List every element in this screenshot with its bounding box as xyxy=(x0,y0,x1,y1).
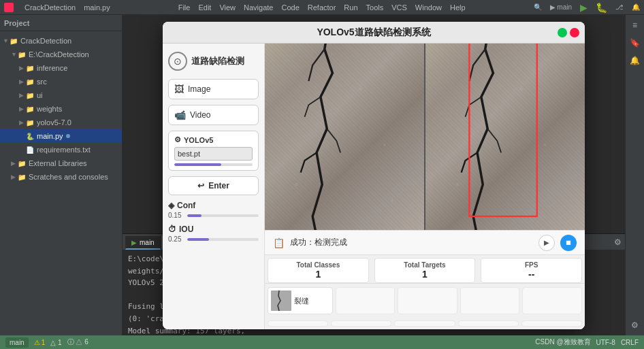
search-everywhere[interactable]: 🔍 xyxy=(534,3,542,11)
tree-label: inference xyxy=(37,64,67,72)
image-icon: 🖼 xyxy=(174,84,184,95)
conf-slider[interactable] xyxy=(187,214,259,217)
sidebar-item-weights[interactable]: ▶ 📁 weights xyxy=(0,102,122,116)
structure-tool-btn[interactable]: ≡ xyxy=(628,18,643,33)
tree-label: ui xyxy=(37,91,43,99)
modified-dot xyxy=(66,134,70,138)
crack-svg-left xyxy=(265,44,424,230)
sidebar-item-requirements[interactable]: ▶ 📄 requirements.txt xyxy=(0,143,122,156)
git-branch-indicator[interactable]: main xyxy=(5,337,29,348)
dialog-maximize-btn[interactable] xyxy=(558,28,567,37)
model-section-label: YOLOv5 xyxy=(184,136,213,144)
menu-file[interactable]: File xyxy=(178,3,191,12)
menu-refactor[interactable]: Refactor xyxy=(308,3,336,12)
warning-badge: ⚠ 1 xyxy=(34,339,46,346)
video-button-label: Video xyxy=(190,110,210,120)
total-classes-value: 1 xyxy=(315,269,321,280)
run-tab-label: main xyxy=(140,239,155,246)
svg-point-4 xyxy=(391,199,393,201)
results-grid: 裂缝 xyxy=(265,284,585,317)
ide-sidebar: Project ▼ 📁 CrackDetection ▼ 📁 E:\CrackD… xyxy=(0,15,123,335)
result-empty-8 xyxy=(458,320,519,327)
image-button[interactable]: 🖼 Image xyxy=(168,79,259,99)
stop-button[interactable]: ⏹ xyxy=(560,235,577,251)
notification-icon[interactable]: 🔔 xyxy=(632,3,640,11)
bookmarks-tool-btn[interactable]: 🔖 xyxy=(628,35,643,50)
menu-view[interactable]: View xyxy=(219,3,236,12)
sidebar-item-root[interactable]: ▼ 📁 E:\CrackDetection xyxy=(0,48,122,61)
settings-tool-btn[interactable]: ⚙ xyxy=(628,318,643,333)
conf-label: Conf xyxy=(177,201,195,210)
run-config[interactable]: ▶ main xyxy=(550,3,572,11)
ide-menubar: CrackDetection main.py File Edit View Na… xyxy=(0,0,644,15)
model-select[interactable]: best.pt xyxy=(174,147,253,161)
dialog-left-panel: ⊙ 道路缺陷检测 🖼 Image 📹 xyxy=(163,44,265,329)
sidebar-item-main-py[interactable]: ▶ 🐍 main.py xyxy=(0,129,122,143)
error-count: △ 1 xyxy=(50,339,61,346)
info-count: ⓘ △ 6 xyxy=(67,337,88,347)
tree-label: weights xyxy=(37,105,62,113)
dialog-logo-text: 道路缺陷检测 xyxy=(191,55,244,67)
svg-rect-9 xyxy=(469,44,536,216)
csdn-watermark: CSDN @雅致教育 xyxy=(535,337,590,347)
menu-crackdetection[interactable]: CrackDetection xyxy=(25,3,76,12)
sidebar-item-inference[interactable]: ▶ 📁 inference xyxy=(0,61,122,75)
iou-value: 0.25 xyxy=(168,235,184,243)
total-targets-title: Total Targets xyxy=(404,261,445,269)
model-icon: ⚙ xyxy=(174,135,181,144)
status-icon: 📋 xyxy=(273,237,285,248)
menu-vcs[interactable]: VCS xyxy=(391,3,407,12)
menu-mainpy[interactable]: main.py xyxy=(84,3,110,12)
menu-navigate[interactable]: Navigate xyxy=(244,3,273,12)
image-display-area: crack 0.81 xyxy=(265,44,585,230)
git-icon[interactable]: ⎇ xyxy=(615,3,624,11)
dialog-overlay: YOLOv5道路缺陷检测系统 xyxy=(123,15,625,233)
menu-help[interactable]: Help xyxy=(450,3,466,12)
dialog-close-btn[interactable] xyxy=(570,28,579,37)
iou-param-row: ⏱ IOU 0.25 xyxy=(168,225,259,243)
svg-point-1 xyxy=(359,87,362,90)
sidebar-item-ui[interactable]: ▶ 📁 ui xyxy=(0,88,122,102)
settings-btn[interactable]: ⚙ xyxy=(610,235,625,250)
menu-run[interactable]: Run xyxy=(344,3,357,12)
svg-point-2 xyxy=(383,144,386,146)
dialog-logo-icon: ⊙ xyxy=(168,52,187,71)
info-badge: ⓘ △ 6 xyxy=(67,337,88,347)
iou-slider[interactable] xyxy=(187,238,259,241)
menu-tools[interactable]: Tools xyxy=(366,3,384,12)
sidebar-item-src[interactable]: ▶ 📁 src xyxy=(0,75,122,88)
ide-main-area: Project ▼ 📁 CrackDetection ▼ 📁 E:\CrackD… xyxy=(0,15,644,335)
menu-edit[interactable]: Edit xyxy=(198,3,211,12)
total-classes-title: Total Classes xyxy=(296,261,340,269)
statusbar-left: main ⚠ 1 △ 1 ⓘ △ 6 xyxy=(5,337,88,348)
conf-title: ◈ Conf xyxy=(168,201,259,210)
menu-code[interactable]: Code xyxy=(281,3,299,12)
notifications-tool-btn[interactable]: 🔔 xyxy=(628,53,643,68)
svg-point-5 xyxy=(448,56,451,59)
total-targets-value: 1 xyxy=(422,269,428,280)
result-empty-4 xyxy=(522,287,582,314)
dialog-logo-row: ⊙ 道路缺陷检测 xyxy=(168,52,259,71)
results-grid-2 xyxy=(265,318,585,329)
debug-button[interactable]: 🐛 xyxy=(596,2,607,13)
play-button[interactable]: ▶ xyxy=(538,235,555,251)
stats-row: Total Classes 1 Total Targets 1 xyxy=(265,255,585,284)
results-area: Total Classes 1 Total Targets 1 xyxy=(265,254,585,329)
fps-title: FPS xyxy=(525,261,538,269)
sidebar-item-scratches[interactable]: ▶ 📁 Scratches and consoles xyxy=(0,170,122,184)
sidebar-item-ext-libs[interactable]: ▶ 📁 External Libraries xyxy=(0,156,122,170)
sidebar-item-yolov5[interactable]: ▶ 📁 yolov5-7.0 xyxy=(0,116,122,129)
svg-point-0 xyxy=(287,56,290,59)
menu-window[interactable]: Window xyxy=(415,3,442,12)
run-tab[interactable]: ▶ main xyxy=(125,236,161,250)
enter-button[interactable]: ↩ Enter xyxy=(168,176,259,195)
ide-right-panel: ≡ 🔖 🔔 ⚙ xyxy=(625,15,644,335)
video-button[interactable]: 📹 Video xyxy=(168,105,259,125)
tree-label: E:\CrackDetection xyxy=(29,50,89,59)
conf-slider-row: 0.15 xyxy=(168,212,259,219)
run-button[interactable]: ▶ xyxy=(580,2,587,13)
video-icon: 📹 xyxy=(174,110,186,120)
sidebar-item-crackdetection[interactable]: ▼ 📁 CrackDetection xyxy=(0,34,122,48)
model-box: ⚙ YOLOv5 best.pt xyxy=(168,131,259,171)
dialog-controls xyxy=(558,28,579,37)
